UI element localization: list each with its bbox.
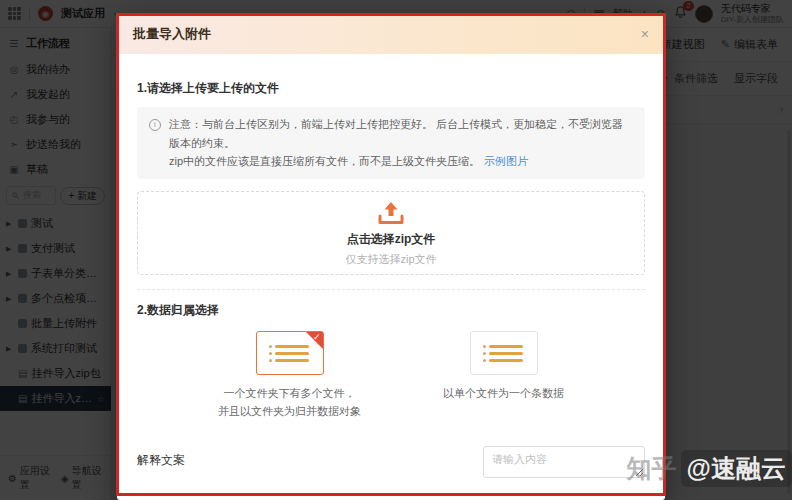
watermark-site: 知乎 (627, 452, 677, 485)
option-single-card[interactable] (470, 331, 538, 375)
modal-header: 批量导入附件 × (117, 14, 665, 54)
note-line2: zip中的文件应该是直接压缩所有文件，而不是上级文件夹压缩。 (169, 155, 480, 167)
explanation-textarea[interactable] (483, 446, 645, 478)
example-image-link[interactable]: 示例图片 (484, 155, 528, 167)
dashed-divider (137, 289, 645, 290)
zip-upload-dropzone[interactable]: 点击选择zip文件 仅支持选择zip文件 (137, 191, 645, 275)
upload-main-text: 点击选择zip文件 (347, 231, 436, 248)
note-line1: 注意：与前台上传区别为，前端上传对上传把控更好。 后台上传模式，更加稳定，不受浏… (169, 115, 633, 152)
note-line2-wrap: zip中的文件应该是直接压缩所有文件，而不是上级文件夹压缩。示例图片 (169, 152, 633, 171)
explanation-label: 解释文案 (137, 446, 185, 469)
section2-title: 2.数据归属选择 (137, 302, 645, 319)
option-single-file: 以单个文件为一个条数据 (443, 331, 564, 420)
option-folder-merge: ✓ 一个文件夹下有多个文件， 并且以文件夹为归并数据对象 (218, 331, 361, 420)
data-ownership-options: ✓ 一个文件夹下有多个文件， 并且以文件夹为归并数据对象 以单个文件为一个条数据 (137, 331, 645, 420)
option-folder-label: 一个文件夹下有多个文件， 并且以文件夹为归并数据对象 (218, 385, 361, 420)
watermark-handle: @速融云 (681, 450, 792, 487)
option-single-label: 以单个文件为一个条数据 (443, 385, 564, 403)
close-icon[interactable]: × (641, 27, 649, 41)
modal-title: 批量导入附件 (133, 25, 211, 43)
option-folder-card[interactable]: ✓ (256, 331, 324, 375)
note-text: 注意：与前台上传区别为，前端上传对上传把控更好。 后台上传模式，更加稳定，不受浏… (169, 115, 633, 171)
form-row-explanation: 解释文案 (137, 446, 645, 481)
section1-title: 1.请选择上传要上传的文件 (137, 80, 645, 97)
info-icon: i (149, 119, 161, 131)
note-box: i 注意：与前台上传区别为，前端上传对上传把控更好。 后台上传模式，更加稳定，不… (137, 107, 645, 179)
upload-icon (376, 200, 406, 227)
batch-import-modal: 批量导入附件 × 1.请选择上传要上传的文件 i 注意：与前台上传区别为，前端上… (117, 14, 665, 500)
modal-body: 1.请选择上传要上传的文件 i 注意：与前台上传区别为，前端上传对上传把控更好。… (117, 54, 665, 500)
upload-sub-text: 仅支持选择zip文件 (345, 252, 436, 267)
watermark: 知乎 @速融云 (627, 450, 792, 487)
check-icon: ✓ (313, 332, 321, 342)
